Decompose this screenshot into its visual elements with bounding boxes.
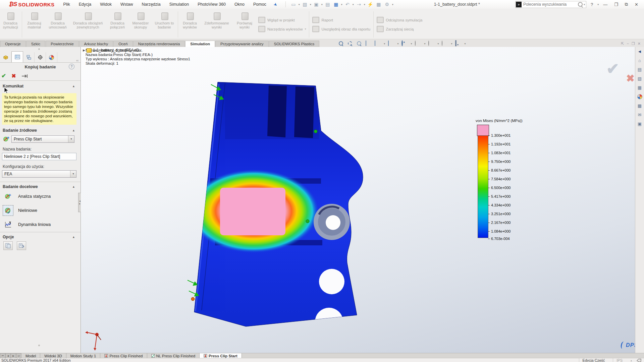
tab-szkic[interactable]: Szkic bbox=[26, 41, 45, 47]
options-gear-icon[interactable]: ⚙ bbox=[383, 1, 391, 7]
featuremanager-tab[interactable] bbox=[0, 52, 11, 62]
study-name-input[interactable]: Nieliniowe 2 z [Press Clip Start] bbox=[2, 153, 76, 160]
target-option-nieliniowe[interactable]: Nieliniowe bbox=[3, 205, 37, 216]
ribbon-narzedzia-wykresow[interactable]: Narzędzia wykresów▾ bbox=[258, 26, 306, 32]
status-expand-icon[interactable]: ▴ bbox=[631, 359, 632, 362]
ribbon-wglad-w-projekt[interactable]: Wgląd w projekt bbox=[258, 17, 306, 23]
minimize-button[interactable]: — bbox=[601, 2, 610, 7]
tab-solidworks-plastics[interactable]: SOLIDWORKS Plastics bbox=[269, 41, 320, 47]
menu-simulation[interactable]: Simulation bbox=[165, 1, 193, 8]
cancel-x-button[interactable]: ✖ bbox=[11, 73, 16, 79]
menu-wstaw[interactable]: Wstaw bbox=[116, 1, 137, 8]
menu-pomoc[interactable]: Pomoc bbox=[249, 1, 270, 8]
opcje-collapse-icon[interactable]: ▲ bbox=[72, 235, 75, 239]
graphics-viewport[interactable]: Nazwa modelu:1-1_battery_door Nazwa bada… bbox=[81, 47, 644, 353]
pane-close-icon[interactable]: ✕ bbox=[638, 42, 641, 46]
ribbon-uruchom-badanie[interactable]: Uruchom to badanie bbox=[152, 10, 177, 39]
display-settings-caret-icon[interactable]: ▾ bbox=[464, 42, 466, 45]
print-caret-icon[interactable]: ▾ bbox=[341, 3, 342, 6]
design-library-icon[interactable]: ▤ bbox=[637, 66, 643, 72]
tab-narzedzia-renderowania[interactable]: Narzędzia renderowania bbox=[133, 41, 185, 47]
view-palette-icon[interactable]: ▦ bbox=[637, 84, 643, 90]
confirm-ok-corner-button[interactable]: ✔ bbox=[606, 60, 619, 78]
pin-button[interactable] bbox=[21, 74, 28, 78]
tab-powierzchnie[interactable]: Powierzchnie bbox=[46, 41, 78, 47]
pane-minimize-icon[interactable]: − bbox=[627, 42, 629, 46]
rebuild-icon[interactable]: ⚡ bbox=[367, 1, 374, 7]
tab-ocen[interactable]: Oceń bbox=[113, 41, 133, 47]
configuration-select[interactable]: FEA▾ bbox=[2, 170, 76, 178]
ribbon-uwzglednij-obraz[interactable]: Uwzględnij obraz dla raportu bbox=[312, 26, 370, 32]
ribbon-odciazona-symulacja[interactable]: Odciążona symulacja bbox=[377, 17, 422, 23]
solidworks-resources-icon[interactable]: ⌂ bbox=[637, 57, 643, 63]
previous-view-icon[interactable] bbox=[357, 41, 363, 46]
ribbon-doradca-obciazen[interactable]: Doradca obciążeń zewnętrznych bbox=[70, 10, 106, 39]
section-opcje[interactable]: Opcje bbox=[3, 235, 14, 239]
appearances-scenes-icon[interactable] bbox=[637, 94, 643, 100]
tab-scroll-prev-icon[interactable]: ◀ bbox=[5, 353, 11, 358]
status-units[interactable]: IPS bbox=[613, 358, 626, 362]
configurationmanager-tab[interactable] bbox=[23, 52, 35, 62]
propertymanager-tab[interactable] bbox=[11, 51, 23, 62]
hide-show-items-icon[interactable] bbox=[401, 41, 408, 46]
ribbon-zarzadzaj-siecia[interactable]: Zarządzaj siecią bbox=[377, 26, 422, 32]
bottom-tab-motion-study[interactable]: Motion Study 1 bbox=[66, 353, 101, 358]
file-properties-icon[interactable]: ▩ bbox=[375, 1, 382, 7]
new-caret-icon[interactable]: ▾ bbox=[299, 3, 300, 6]
save-caret-icon[interactable]: ▾ bbox=[321, 3, 323, 6]
pane-split-icon[interactable]: ⇱ bbox=[621, 42, 624, 46]
display-style-icon[interactable] bbox=[388, 41, 394, 46]
ribbon-doradca-polaczen[interactable]: Doradca połączeń bbox=[106, 10, 129, 39]
panel-top-grip[interactable] bbox=[38, 48, 40, 50]
restore-button[interactable]: ❐ bbox=[612, 2, 621, 7]
ribbon-zastosuj-material[interactable]: Zastosuj materiał bbox=[23, 10, 45, 39]
select-caret-icon[interactable]: ▾ bbox=[364, 3, 365, 6]
appearance-caret-icon[interactable]: ▾ bbox=[424, 42, 425, 45]
bottom-tab-model[interactable]: Model bbox=[21, 353, 40, 358]
bottom-tab-press-clip-finished[interactable]: Press Clip Finished bbox=[100, 353, 147, 358]
config-select-caret-icon[interactable]: ▾ bbox=[70, 171, 76, 177]
ribbon-zdeformowane-wyniki[interactable]: Zdeformowane wyniki bbox=[201, 10, 233, 39]
copy-option-1-button[interactable] bbox=[3, 241, 13, 250]
tab-simulation[interactable]: Simulation bbox=[185, 41, 215, 47]
target-option-analiza-statyczna[interactable]: Analiza statyczna bbox=[3, 191, 51, 202]
search-input[interactable] bbox=[523, 2, 578, 7]
source-collapse-icon[interactable]: ▲ bbox=[72, 129, 75, 132]
menu-okno[interactable]: Okno bbox=[230, 1, 249, 8]
view-settings-icon[interactable] bbox=[442, 41, 448, 46]
display-settings-icon[interactable] bbox=[455, 41, 461, 46]
print-icon[interactable]: ▦ bbox=[332, 1, 340, 7]
tab-przygotowywanie-analizy[interactable]: Przygotowywanie analizy bbox=[215, 41, 268, 47]
scene-caret-icon[interactable]: ▾ bbox=[437, 42, 439, 45]
menu-widok[interactable]: Widok bbox=[96, 1, 116, 8]
open-icon[interactable]: ▧ bbox=[301, 1, 309, 7]
edit-appearance-icon[interactable] bbox=[415, 41, 421, 46]
ok-check-button[interactable]: ✔ bbox=[1, 72, 6, 79]
task-pane-expand-icon[interactable]: ◄ bbox=[637, 48, 643, 54]
menu-edycja[interactable]: Edycja bbox=[75, 1, 96, 8]
save-icon[interactable]: ▣ bbox=[313, 1, 320, 7]
select-cursor-icon[interactable]: ⇢ bbox=[355, 1, 363, 7]
search-icon[interactable] bbox=[578, 2, 583, 7]
pane-restore-icon[interactable]: ❐ bbox=[632, 42, 635, 46]
panel-tab-chevron-icon[interactable]: ‹‹ bbox=[74, 59, 80, 62]
source-select-caret-icon[interactable]: ▾ bbox=[68, 136, 74, 142]
view-settings-caret-icon[interactable]: ▾ bbox=[451, 42, 452, 45]
zoom-to-area-icon[interactable] bbox=[347, 41, 354, 46]
apply-scene-icon[interactable] bbox=[428, 41, 434, 46]
ribbon-menedzer-skorupy[interactable]: Menedżer skorupy bbox=[129, 10, 152, 39]
section-badanie-docelowe[interactable]: Badanie docelowe bbox=[3, 184, 38, 189]
tree-expand-icon[interactable]: ▶ bbox=[83, 49, 85, 52]
undo-icon[interactable]: ↶ bbox=[344, 1, 351, 7]
section-view-icon[interactable] bbox=[366, 41, 372, 46]
tab-scroll-first-icon[interactable]: ⏮ bbox=[0, 353, 5, 358]
panel-bottom-grip[interactable] bbox=[38, 345, 40, 346]
undo-caret-icon[interactable]: ▾ bbox=[353, 3, 354, 6]
bottom-tab-widoki-3d[interactable]: Widoki 3D bbox=[40, 353, 66, 358]
help-button[interactable]: ? bbox=[588, 2, 595, 7]
komunikat-collapse-icon[interactable]: ▲ bbox=[72, 84, 75, 88]
zoom-to-fit-icon[interactable] bbox=[338, 41, 344, 46]
search-mode-icon[interactable]: » bbox=[516, 2, 522, 7]
dimxpert-tab[interactable] bbox=[35, 52, 46, 62]
view-orientation-caret-icon[interactable]: ▾ bbox=[384, 42, 385, 45]
